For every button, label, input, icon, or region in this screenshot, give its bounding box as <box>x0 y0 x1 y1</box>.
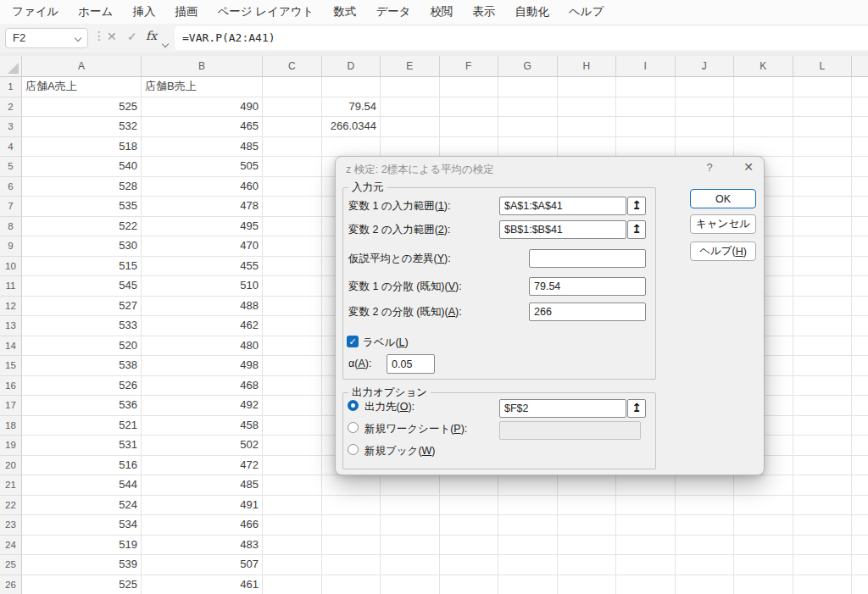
cell-C3[interactable] <box>263 117 322 137</box>
cell-L15[interactable] <box>793 356 853 376</box>
cell-B12[interactable]: 488 <box>142 297 263 317</box>
cell-B14[interactable]: 480 <box>142 336 263 357</box>
column-header-J[interactable]: J <box>676 56 735 77</box>
fx-chevron-down-icon[interactable] <box>162 41 169 47</box>
cell-L10[interactable] <box>793 257 853 277</box>
var1-range-picker-icon[interactable]: ↥ <box>627 197 646 215</box>
column-header-G[interactable]: G <box>498 56 558 77</box>
cell-J4[interactable] <box>676 137 735 158</box>
column-header-D[interactable]: D <box>322 56 381 77</box>
cell-X25[interactable] <box>852 555 868 575</box>
cell-X26[interactable] <box>852 575 868 594</box>
cell-X20[interactable] <box>852 456 868 476</box>
cell-I22[interactable] <box>616 496 676 516</box>
row-header-25[interactable]: 25 <box>0 555 22 575</box>
cell-C13[interactable] <box>263 316 322 336</box>
cell-A5[interactable]: 540 <box>22 157 142 177</box>
cell-X21[interactable] <box>852 475 868 496</box>
cell-D21[interactable] <box>322 475 381 496</box>
cell-G22[interactable] <box>498 496 558 516</box>
cell-E23[interactable] <box>381 515 440 536</box>
column-header-L[interactable]: L <box>793 56 853 77</box>
cell-A17[interactable]: 536 <box>22 396 142 416</box>
row-header-2[interactable]: 2 <box>0 97 22 118</box>
row-header-15[interactable]: 15 <box>0 356 22 376</box>
column-header-H[interactable]: H <box>558 56 617 77</box>
row-header-24[interactable]: 24 <box>0 536 22 556</box>
menu-item-1[interactable]: ホーム <box>75 2 116 22</box>
cell-A22[interactable]: 524 <box>22 496 142 516</box>
menu-item-9[interactable]: 自動化 <box>512 2 554 22</box>
new-workbook-radio[interactable] <box>348 444 359 455</box>
dialog-close-icon[interactable]: ✕ <box>740 160 757 174</box>
menu-item-3[interactable]: 描画 <box>171 2 201 22</box>
cell-F1[interactable] <box>440 77 499 97</box>
cell-D26[interactable] <box>322 575 381 594</box>
cell-J21[interactable] <box>676 475 735 496</box>
cell-E4[interactable] <box>381 137 440 158</box>
row-header-11[interactable]: 11 <box>0 276 22 297</box>
row-header-9[interactable]: 9 <box>0 236 22 257</box>
cell-L20[interactable] <box>793 456 853 476</box>
column-header-clipped[interactable] <box>852 56 868 77</box>
cell-I23[interactable] <box>616 515 676 536</box>
cell-H21[interactable] <box>558 475 617 496</box>
cell-I3[interactable] <box>616 117 676 137</box>
menu-item-4[interactable]: ページ レイアウト <box>214 2 317 22</box>
row-header-18[interactable]: 18 <box>0 416 22 436</box>
cell-I25[interactable] <box>616 555 676 575</box>
cell-L11[interactable] <box>793 276 853 297</box>
column-header-I[interactable]: I <box>616 56 676 77</box>
row-header-8[interactable]: 8 <box>0 217 22 237</box>
cell-X19[interactable] <box>852 436 868 456</box>
cell-G25[interactable] <box>498 555 558 575</box>
cell-B1[interactable]: 店舗B売上 <box>142 77 263 97</box>
cell-F2[interactable] <box>440 97 499 118</box>
insert-function-icon[interactable]: fx <box>146 29 157 42</box>
cell-D2[interactable]: 79.54 <box>322 97 381 118</box>
row-header-17[interactable]: 17 <box>0 396 22 416</box>
row-header-20[interactable]: 20 <box>0 456 22 476</box>
cell-J1[interactable] <box>676 77 735 97</box>
cell-J22[interactable] <box>676 496 735 516</box>
formula-cancel-icon[interactable]: ✕ <box>107 30 117 43</box>
var1-range-input[interactable] <box>499 197 626 215</box>
row-header-23[interactable]: 23 <box>0 515 22 536</box>
menu-item-5[interactable]: 数式 <box>330 2 359 22</box>
cell-I2[interactable] <box>616 97 676 118</box>
cell-H26[interactable] <box>558 575 617 594</box>
cell-L4[interactable] <box>793 137 853 158</box>
cell-E2[interactable] <box>381 97 440 118</box>
cell-C12[interactable] <box>263 297 322 317</box>
cell-A9[interactable]: 530 <box>22 236 142 257</box>
cell-A20[interactable]: 516 <box>22 456 142 476</box>
cell-L5[interactable] <box>793 157 853 177</box>
cell-C8[interactable] <box>263 217 322 237</box>
cell-F3[interactable] <box>440 117 499 137</box>
cell-A25[interactable]: 539 <box>22 555 142 575</box>
var2-range-input[interactable] <box>499 220 626 239</box>
cell-E24[interactable] <box>381 536 440 556</box>
cell-B6[interactable]: 460 <box>142 177 263 197</box>
column-header-K[interactable]: K <box>734 56 793 77</box>
cell-F26[interactable] <box>440 575 499 594</box>
cell-X4[interactable] <box>852 137 868 158</box>
row-header-10[interactable]: 10 <box>0 257 22 277</box>
cell-J25[interactable] <box>676 555 735 575</box>
cell-D3[interactable]: 266.0344 <box>322 117 381 137</box>
cell-C11[interactable] <box>263 276 322 297</box>
row-header-22[interactable]: 22 <box>0 496 22 516</box>
cell-C9[interactable] <box>263 236 322 257</box>
cell-D25[interactable] <box>322 555 381 575</box>
cell-A12[interactable]: 527 <box>22 297 142 317</box>
cell-D1[interactable] <box>322 77 381 97</box>
cell-J2[interactable] <box>676 97 735 118</box>
cell-H25[interactable] <box>558 555 617 575</box>
cell-L7[interactable] <box>793 197 853 217</box>
cell-X2[interactable] <box>852 97 868 118</box>
cell-A24[interactable]: 519 <box>22 536 142 556</box>
cell-E25[interactable] <box>381 555 440 575</box>
cell-K23[interactable] <box>734 515 793 536</box>
cell-D24[interactable] <box>322 536 381 556</box>
cell-C21[interactable] <box>263 475 322 496</box>
